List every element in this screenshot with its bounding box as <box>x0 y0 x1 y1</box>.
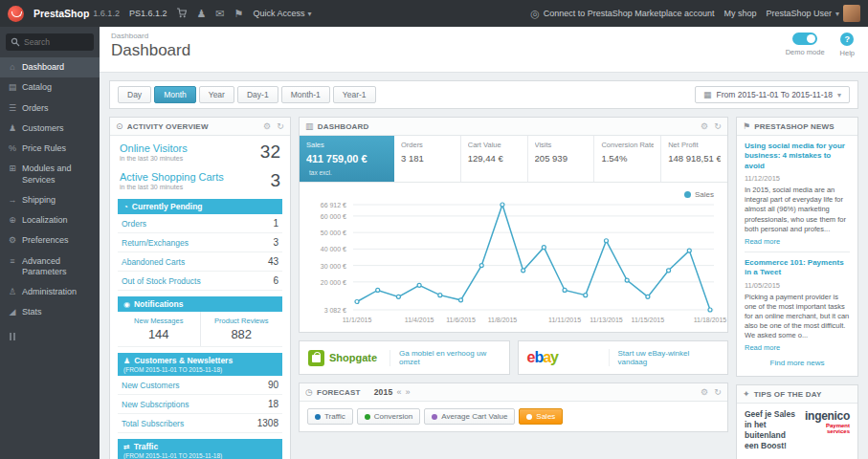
kpi-value: 129,44 € <box>468 153 521 164</box>
new-customers-value: 90 <box>268 380 278 390</box>
filter-button-day-1[interactable]: Day-1 <box>237 86 278 103</box>
online-visitors-stat[interactable]: Online Visitors in the last 30 minutes 3… <box>110 136 290 164</box>
shop-name[interactable]: PS1.6.1.2 <box>129 9 167 18</box>
stats-icon: ◢ <box>8 307 17 317</box>
online-visitors-value: 32 <box>260 142 280 163</box>
sidebar-item-customers[interactable]: ♟Customers <box>0 119 100 139</box>
sidebar-item-modules[interactable]: ⊞Modules and Services <box>0 159 100 190</box>
forecast-tabs: Traffic Conversion Average Cart Value <box>300 402 727 431</box>
forecast-panel: ◷ Forecast 2015 « » ⚙ ↻ <box>299 382 728 432</box>
panel-refresh-icon[interactable]: ↻ <box>714 387 722 397</box>
pending-orders-row: Orders 1 <box>118 214 282 233</box>
panel-settings-icon[interactable]: ⚙ <box>701 387 708 397</box>
sidebar-item-advanced-parameters[interactable]: ≡Advanced Parameters <box>0 251 100 283</box>
filter-button-year-1[interactable]: Year-1 <box>333 86 376 103</box>
active-carts-stat[interactable]: Active Shopping Carts in the last 30 min… <box>110 164 290 193</box>
x-axis-tick: 11/11/2015 <box>548 317 581 323</box>
search-input[interactable] <box>24 37 91 47</box>
sidebar-item-administration[interactable]: ♙Administration <box>0 282 100 302</box>
new-messages-stat[interactable]: New Messages 144 <box>118 312 200 346</box>
next-year-button[interactable]: » <box>406 387 411 397</box>
abandoned-carts-link[interactable]: Abandoned Carts <box>122 257 185 267</box>
breadcrumb[interactable]: Dashboard <box>111 32 857 40</box>
forecast-tab-conversion[interactable]: Conversion <box>357 408 420 425</box>
kpi-sales[interactable]: Sales 411 759,00 € tax excl. <box>300 136 394 182</box>
sidebar-collapse-button[interactable] <box>10 333 15 340</box>
y-axis-tick: 3 082 € <box>324 307 346 314</box>
cart-notifications-icon[interactable] <box>176 8 187 20</box>
ingenico-brand-name: ingenico <box>802 409 850 423</box>
sidebar-item-catalog[interactable]: ▤Catalog <box>0 77 100 98</box>
chevron-down-icon: ▾ <box>835 10 839 18</box>
kpi-cart-value[interactable]: Cart Value 129,44 € <box>461 136 528 182</box>
customers-notifications-icon[interactable]: ♟ <box>196 9 206 19</box>
forecast-tab-label: Average Cart Value <box>441 412 507 421</box>
panel-settings-icon[interactable]: ⚙ <box>701 121 708 131</box>
kpi-visits[interactable]: Visits 205 939 <box>528 136 595 182</box>
read-more-link[interactable]: Read more <box>745 343 780 352</box>
forecast-tab-sales[interactable]: Sales <box>519 408 563 425</box>
pending-orders-link[interactable]: Orders <box>122 219 146 229</box>
x-axis-tick: 11/6/2015 <box>446 317 476 323</box>
forecast-icon: ◷ <box>305 387 313 397</box>
panel-title: Dashboard <box>318 122 369 131</box>
filter-button-month-1[interactable]: Month-1 <box>281 86 330 103</box>
brand-name: PrestaShop <box>33 8 89 19</box>
kpi-conversion-rate[interactable]: Conversion Rate 1.54% <box>594 136 661 182</box>
sidebar-item-stats[interactable]: ◢Stats <box>0 302 100 322</box>
help-icon[interactable]: ? <box>840 33 854 46</box>
my-shop-link[interactable]: My shop <box>723 9 756 18</box>
shopgate-link[interactable]: Ga mobiel en verhoog uw omzet <box>399 349 501 366</box>
marketplace-link[interactable]: ◎ Connect to PrestaShop Marketplace acco… <box>530 9 714 19</box>
traffic-section: ⇄ Traffic (FROM 2015-11-01 TO 2015-11-18… <box>118 439 282 459</box>
average-cart-value-dot-icon <box>432 414 437 420</box>
sidebar-item-shipping[interactable]: →Shipping <box>0 190 100 210</box>
y-axis-tick: 30 000 € <box>321 262 346 269</box>
sidebar-item-label: Localization <box>22 215 68 226</box>
date-range-picker[interactable]: ▦ From 2015-11-01 To 2015-11-18 ▾ <box>695 86 850 103</box>
out-of-stock-link[interactable]: Out of Stock Products <box>122 276 201 286</box>
chart-legend[interactable]: Sales <box>684 190 714 199</box>
kpi-sub: tax excl. <box>309 169 332 176</box>
total-subscribers-link[interactable]: Total Subscribers <box>122 419 184 428</box>
quick-access-menu[interactable]: Quick Access ▾ <box>253 9 311 18</box>
find-more-news-link[interactable]: Find more news <box>745 352 850 370</box>
demo-mode-toggle[interactable] <box>792 33 817 45</box>
sidebar-search[interactable] <box>6 33 94 51</box>
filter-button-month[interactable]: Month <box>154 86 196 103</box>
online-visitors-label: Online Visitors <box>120 142 188 154</box>
panel-settings-icon[interactable]: ⚙ <box>263 121 271 131</box>
product-reviews-value: 882 <box>203 327 281 341</box>
forecast-tab-average-cart-value[interactable]: Average Cart Value <box>424 408 515 425</box>
sidebar-item-preferences[interactable]: ⚙Preferences <box>0 230 100 251</box>
sidebar-item-dashboard[interactable]: ⌂Dashboard <box>0 57 100 77</box>
updates-icon[interactable]: ⚑ <box>234 9 244 19</box>
ebay-link[interactable]: Start uw eBay-winkel vandaag <box>618 349 720 366</box>
kpi-net-profit[interactable]: Net Profit 148 918,51 € <box>661 136 727 182</box>
sidebar-item-price-rules[interactable]: %Price Rules <box>0 139 100 159</box>
news-article-title[interactable]: Using social media for your business: 4 … <box>745 142 850 171</box>
news-article-title[interactable]: Ecommerce 101: Payments in a Tweet <box>745 258 850 278</box>
filter-button-year[interactable]: Year <box>199 86 234 103</box>
kpi-orders[interactable]: Orders 3 181 <box>394 136 461 182</box>
kpi-row: Sales 411 759,00 € tax excl. Orders 3 18… <box>300 136 727 183</box>
sidebar-item-localization[interactable]: ⊕Localization <box>0 210 100 230</box>
forecast-tab-traffic[interactable]: Traffic <box>307 408 353 425</box>
new-customers-link[interactable]: New Customers <box>122 381 179 390</box>
previous-year-button[interactable]: « <box>396 387 401 397</box>
new-subscriptions-link[interactable]: New Subscriptions <box>122 400 189 409</box>
sidebar-item-label: Shipping <box>22 195 56 206</box>
forecast-tab-label: Traffic <box>324 412 345 421</box>
filter-bar: Day Month Year Day-1 Month-1 Year-1 ▦ Fr… <box>109 80 858 109</box>
panel-refresh-icon[interactable]: ↻ <box>277 121 284 131</box>
panel-title: Tips of the day <box>754 390 822 399</box>
panel-refresh-icon[interactable]: ↻ <box>714 121 722 131</box>
user-menu[interactable]: PrestaShop User ▾ <box>766 5 860 22</box>
returns-link[interactable]: Return/Exchanges <box>122 238 189 248</box>
sidebar-item-orders[interactable]: ☰Orders <box>0 98 100 119</box>
marketplace-icon: ◎ <box>530 9 540 19</box>
read-more-link[interactable]: Read more <box>745 237 780 246</box>
product-reviews-stat[interactable]: Product Reviews 882 <box>200 312 283 346</box>
messages-notifications-icon[interactable]: ✉ <box>215 9 224 19</box>
filter-button-day[interactable]: Day <box>118 86 151 103</box>
